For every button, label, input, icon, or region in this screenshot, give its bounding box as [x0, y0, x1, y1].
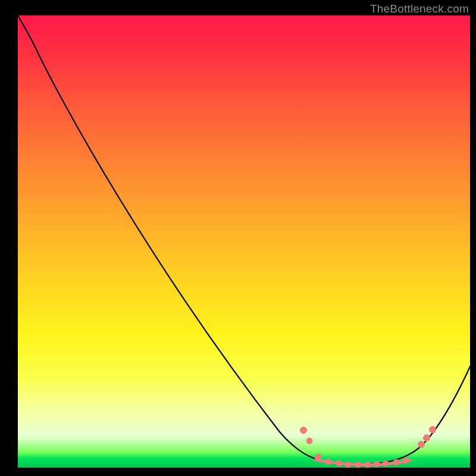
sweet-spot-dot	[345, 462, 351, 468]
sweet-spot-dot	[430, 427, 436, 433]
sweet-spot-dot	[315, 454, 321, 460]
sweet-spot-dot	[365, 462, 371, 468]
sweet-spot-dot	[418, 441, 425, 448]
sweet-spot-dot	[355, 462, 361, 468]
chart-frame: TheBottleneck.com	[0, 0, 476, 476]
sweet-spot-dot	[424, 435, 430, 441]
sweet-spot-dot	[306, 438, 312, 444]
plot-area	[18, 15, 470, 468]
sweet-spot-dot	[325, 459, 331, 465]
sweet-spot-dot	[403, 458, 409, 464]
sweet-spot-dot	[300, 427, 307, 434]
sweet-spot-dot	[374, 461, 380, 467]
curve-svg	[18, 15, 470, 468]
watermark-text: TheBottleneck.com	[370, 2, 469, 15]
bottleneck-curve	[18, 15, 470, 464]
sweet-spot-dot	[383, 461, 389, 466]
sweet-spot-dot	[393, 459, 399, 465]
sweet-spot-dot	[336, 461, 342, 466]
